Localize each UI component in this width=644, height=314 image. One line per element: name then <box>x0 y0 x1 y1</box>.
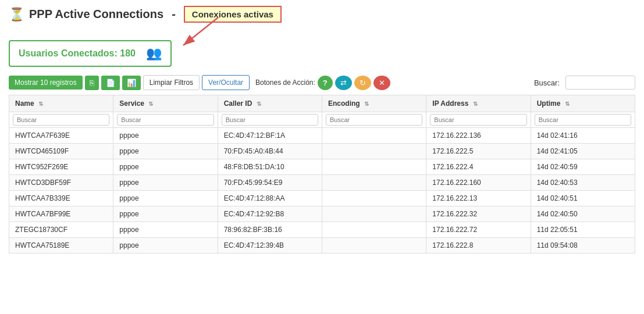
toggle-button[interactable]: Ver/Ocultar <box>202 75 250 90</box>
table-row: HWTCAA7B339EpppoeEC:4D:47:12:88:AA172.16… <box>9 191 635 206</box>
table-cell: pppoe <box>113 238 218 254</box>
table-cell <box>322 222 426 238</box>
table-row: HWTCD465109Fpppoe70:FD:45:A0:4B:44172.16… <box>9 144 635 159</box>
table-cell: 172.16.222.4 <box>426 159 531 175</box>
table-cell: 172.16.222.32 <box>426 206 531 222</box>
search-label: Buscar: <box>534 78 560 87</box>
filter-encoding[interactable] <box>326 114 422 126</box>
table-body: HWTCAA7F639EpppoeEC:4D:47:12:BF:1A172.16… <box>9 128 635 254</box>
refresh-button[interactable]: ↻ <box>354 76 371 90</box>
table-row: HWTCAA75189EpppoeEC:4D:47:12:39:4B172.16… <box>9 238 635 254</box>
page-title: PPP Active Connections <box>29 8 163 21</box>
toolbar: Mostrar 10 registros ⎘ 📄 📊 Limpiar Filtr… <box>9 75 635 90</box>
table-cell: pppoe <box>113 144 218 159</box>
filter-ip[interactable] <box>430 114 526 126</box>
connections-table: Name ⇅ Service ⇅ Caller ID ⇅ Encoding ⇅ … <box>9 95 635 254</box>
table-cell: HWTCAA7BF99E <box>9 206 113 222</box>
users-connected-box: Usuarios Conectados: 180 👥 <box>9 40 172 67</box>
table-cell: 11d 09:54:08 <box>531 238 635 254</box>
table-cell: 14d 02:41:16 <box>531 128 635 144</box>
header-title: ⏳ PPP Active Connections - Conexiones ac… <box>9 6 282 23</box>
filter-uptime[interactable] <box>535 114 631 126</box>
table-cell: pppoe <box>113 159 218 175</box>
table-cell: 11d 22:05:51 <box>531 222 635 238</box>
excel-button[interactable]: 📊 <box>122 76 141 90</box>
table-row: HWTCAA7F639EpppoeEC:4D:47:12:BF:1A172.16… <box>9 128 635 144</box>
col-service[interactable]: Service ⇅ <box>113 95 218 112</box>
table-cell: HWTCAA75189E <box>9 238 113 254</box>
table-cell <box>322 144 426 159</box>
close-button[interactable]: ✕ <box>373 76 390 90</box>
table-cell: pppoe <box>113 128 218 144</box>
col-callerid[interactable]: Caller ID ⇅ <box>218 95 322 112</box>
table-cell: HWTC952F269E <box>9 159 113 175</box>
table-cell: 14d 02:41:05 <box>531 144 635 159</box>
table-cell: HWTCD3DBF59F <box>9 175 113 191</box>
table-cell <box>322 159 426 175</box>
table-cell: 70:FD:45:A0:4B:44 <box>218 144 322 159</box>
table-cell: HWTCD465109F <box>9 144 113 159</box>
table-cell <box>322 128 426 144</box>
table-cell: 14d 02:40:59 <box>531 159 635 175</box>
table-row: ZTEGC18730CFpppoe78:96:82:BF:3B:16172.16… <box>9 222 635 238</box>
action-label: Botones de Acción: <box>255 78 315 87</box>
table-cell: ZTEGC18730CF <box>9 222 113 238</box>
table-cell: EC:4D:47:12:BF:1A <box>218 128 322 144</box>
table-cell: HWTCAA7F639E <box>9 128 113 144</box>
users-connected-label: Usuarios Conectados: 180 <box>19 48 146 59</box>
page-wrapper: ⏳ PPP Active Connections - Conexiones ac… <box>0 0 644 259</box>
table-cell: 14d 02:40:53 <box>531 175 635 191</box>
table-cell <box>322 238 426 254</box>
col-name[interactable]: Name ⇅ <box>9 95 113 112</box>
table-cell: 172.16.222.72 <box>426 222 531 238</box>
copy-button[interactable]: ⎘ <box>85 76 99 90</box>
search-input[interactable] <box>565 76 635 90</box>
table-cell: 172.16.222.5 <box>426 144 531 159</box>
filter-name[interactable] <box>13 114 109 126</box>
table-cell: pppoe <box>113 206 218 222</box>
table-row: HWTCAA7BF99EpppoeEC:4D:47:12:92:B8172.16… <box>9 206 635 222</box>
table-cell: EC:4D:47:12:92:B8 <box>218 206 322 222</box>
table-cell: 172.16.222.136 <box>426 128 531 144</box>
filter-service[interactable] <box>117 114 214 126</box>
users-icon: 👥 <box>146 46 162 61</box>
table-cell: 172.16.222.160 <box>426 175 531 191</box>
svg-line-1 <box>183 17 218 45</box>
table-cell: 14d 02:40:50 <box>531 206 635 222</box>
table-cell <box>322 206 426 222</box>
table-cell: pppoe <box>113 222 218 238</box>
table-cell <box>322 191 426 206</box>
table-cell: 172.16.222.13 <box>426 191 531 206</box>
filter-row <box>9 112 635 128</box>
transfer-button[interactable]: ⇄ <box>335 76 352 90</box>
table-cell: EC:4D:47:12:39:4B <box>218 238 322 254</box>
table-cell: EC:4D:47:12:88:AA <box>218 191 322 206</box>
table-row: HWTC952F269Epppoe48:F8:DB:51:DA:10172.16… <box>9 159 635 175</box>
table-cell: 48:F8:DB:51:DA:10 <box>218 159 322 175</box>
table-cell: 14d 02:40:51 <box>531 191 635 206</box>
table-cell: HWTCAA7B339E <box>9 191 113 206</box>
table-cell <box>322 175 426 191</box>
col-uptime[interactable]: Uptime ⇅ <box>531 95 635 112</box>
filter-callerid[interactable] <box>222 114 318 126</box>
clear-filters-button[interactable]: Limpiar Filtros <box>143 75 200 90</box>
help-button[interactable]: ? <box>318 76 333 90</box>
header: ⏳ PPP Active Connections - Conexiones ac… <box>9 6 635 23</box>
table-cell: pppoe <box>113 191 218 206</box>
csv-button[interactable]: 📄 <box>101 76 120 90</box>
arrow-annotation <box>166 12 236 52</box>
hourglass-icon: ⏳ <box>9 7 24 22</box>
table-header-row: Name ⇅ Service ⇅ Caller ID ⇅ Encoding ⇅ … <box>9 95 635 112</box>
table-cell: 70:FD:45:99:54:E9 <box>218 175 322 191</box>
table-cell: pppoe <box>113 175 218 191</box>
col-encoding[interactable]: Encoding ⇅ <box>322 95 426 112</box>
table-cell: 172.16.222.8 <box>426 238 531 254</box>
show-records-button[interactable]: Mostrar 10 registros <box>9 76 83 90</box>
table-cell: 78:96:82:BF:3B:16 <box>218 222 322 238</box>
col-ip[interactable]: IP Address ⇅ <box>426 95 531 112</box>
table-row: HWTCD3DBF59Fpppoe70:FD:45:99:54:E9172.16… <box>9 175 635 191</box>
